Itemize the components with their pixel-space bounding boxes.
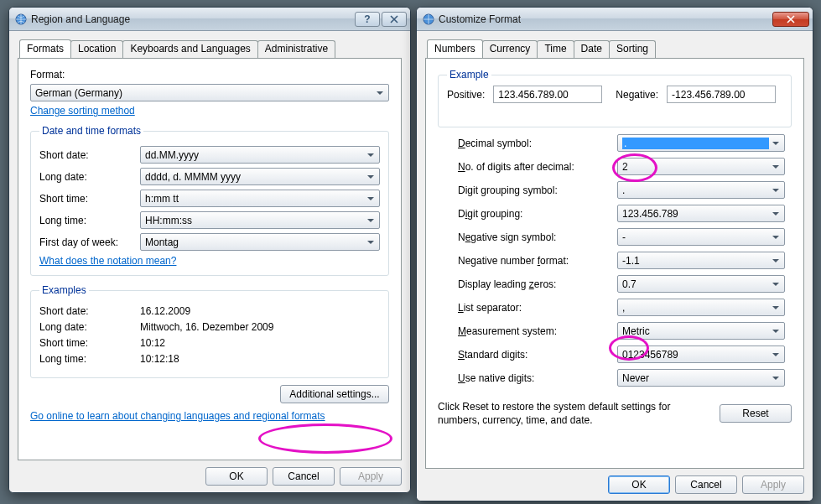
window-title: Region and Language bbox=[31, 13, 353, 25]
tab-location[interactable]: Location bbox=[70, 40, 123, 59]
ex-long-date-value: Mittwoch, 16. Dezember 2009 bbox=[140, 321, 380, 333]
tab-strip: Formats Location Keyboards and Languages… bbox=[18, 39, 402, 58]
examples-legend: Examples bbox=[39, 284, 89, 296]
positive-textbox: 123.456.789.00 bbox=[493, 86, 602, 103]
short-date-dropdown[interactable]: dd.MM.yyyy bbox=[140, 146, 380, 164]
format-value: German (Germany) bbox=[35, 87, 373, 99]
measure-dropdown[interactable]: Metric bbox=[617, 322, 785, 340]
measure-label: Measurement system: bbox=[458, 325, 617, 337]
cancel-button[interactable]: Cancel bbox=[273, 467, 335, 486]
titlebar[interactable]: Region and Language ? bbox=[9, 8, 410, 31]
long-time-dropdown[interactable]: HH:mm:ss bbox=[140, 211, 380, 229]
native-digits-dropdown[interactable]: Never bbox=[617, 369, 785, 387]
chevron-down-icon bbox=[364, 169, 377, 184]
neg-symbol-label: Negative sign symbol: bbox=[458, 231, 617, 243]
additional-settings-button[interactable]: Additional settings... bbox=[280, 385, 389, 403]
format-label: Format: bbox=[30, 69, 389, 81]
chevron-down-icon bbox=[769, 252, 782, 268]
digits-after-dropdown[interactable]: 2 bbox=[617, 158, 785, 175]
ex-short-date-label: Short date: bbox=[39, 305, 140, 317]
chevron-down-icon bbox=[364, 212, 377, 228]
short-date-label: Short date: bbox=[39, 149, 140, 161]
go-online-link[interactable]: Go online to learn about changing langua… bbox=[30, 410, 325, 422]
tab-panel-formats: Format: German (Germany) Change sorting … bbox=[18, 58, 402, 460]
notation-link[interactable]: What does the notation mean? bbox=[39, 255, 176, 267]
chevron-down-icon bbox=[769, 135, 782, 151]
examples-group: Examples Short date:16.12.2009 Long date… bbox=[30, 284, 389, 378]
tab-formats[interactable]: Formats bbox=[19, 39, 71, 58]
long-date-label: Long date: bbox=[39, 171, 140, 183]
first-day-label: First day of week: bbox=[39, 236, 140, 248]
decimal-symbol-dropdown[interactable]: . bbox=[617, 134, 785, 152]
change-sorting-link[interactable]: Change sorting method bbox=[30, 105, 135, 117]
neg-format-label: Negative number format: bbox=[458, 255, 617, 267]
reset-text: Click Reset to restore the system defaul… bbox=[438, 400, 711, 427]
list-sep-dropdown[interactable]: , bbox=[617, 299, 785, 316]
help-button[interactable]: ? bbox=[355, 12, 380, 27]
chevron-down-icon bbox=[364, 147, 377, 163]
tab-date[interactable]: Date bbox=[574, 40, 610, 59]
reset-button[interactable]: Reset bbox=[720, 404, 792, 423]
long-time-label: Long time: bbox=[39, 215, 140, 226]
first-day-dropdown[interactable]: Montag bbox=[140, 233, 380, 251]
short-time-dropdown[interactable]: h:mm tt bbox=[140, 190, 380, 207]
group-symbol-dropdown[interactable]: . bbox=[617, 181, 785, 199]
chevron-down-icon bbox=[769, 158, 782, 174]
apply-button[interactable]: Apply bbox=[742, 475, 804, 494]
example-legend: Example bbox=[447, 69, 491, 81]
ex-short-date-value: 16.12.2009 bbox=[140, 305, 380, 317]
ok-button[interactable]: OK bbox=[205, 467, 268, 486]
titlebar[interactable]: Customize Format bbox=[417, 8, 813, 31]
leading-zero-dropdown[interactable]: 0.7 bbox=[617, 275, 785, 293]
ex-long-time-label: Long time: bbox=[39, 353, 140, 365]
example-group: Example Positive: 123.456.789.00 Negativ… bbox=[438, 69, 792, 127]
chevron-down-icon bbox=[769, 370, 782, 386]
close-button[interactable] bbox=[382, 12, 407, 27]
tab-sorting[interactable]: Sorting bbox=[609, 40, 656, 59]
globe-icon bbox=[14, 13, 28, 26]
ex-long-time-value: 10:12:18 bbox=[140, 353, 380, 365]
ex-short-time-value: 10:12 bbox=[140, 337, 380, 349]
tab-time[interactable]: Time bbox=[537, 40, 574, 59]
digits-after-label: No. of digits after decimal: bbox=[458, 161, 617, 173]
decimal-symbol-label: Decimal symbol: bbox=[458, 138, 617, 149]
tab-keyboards[interactable]: Keyboards and Languages bbox=[122, 40, 257, 59]
neg-symbol-dropdown[interactable]: - bbox=[617, 228, 785, 246]
list-sep-label: List separator: bbox=[458, 302, 617, 314]
chevron-down-icon bbox=[769, 276, 782, 292]
date-time-formats-group: Date and time formats Short date: dd.MM.… bbox=[30, 125, 389, 276]
std-digits-label: Standard digits: bbox=[458, 349, 617, 361]
customize-format-window: Customize Format Numbers Currency Time D… bbox=[416, 7, 813, 501]
short-time-label: Short time: bbox=[39, 193, 140, 205]
ex-short-time-label: Short time: bbox=[39, 337, 140, 349]
ex-long-date-label: Long date: bbox=[39, 321, 140, 333]
chevron-down-icon bbox=[769, 346, 782, 362]
apply-button[interactable]: Apply bbox=[340, 467, 402, 486]
tab-administrative[interactable]: Administrative bbox=[257, 40, 335, 59]
chevron-down-icon bbox=[364, 234, 377, 250]
globe-icon bbox=[422, 13, 435, 26]
neg-format-dropdown[interactable]: -1.1 bbox=[617, 252, 785, 269]
date-time-formats-legend: Date and time formats bbox=[39, 125, 143, 137]
ok-button[interactable]: OK bbox=[608, 475, 670, 494]
chevron-down-icon bbox=[769, 205, 782, 221]
format-dropdown[interactable]: German (Germany) bbox=[30, 84, 389, 101]
window-title: Customize Format bbox=[439, 13, 771, 25]
chevron-down-icon bbox=[769, 323, 782, 339]
negative-label: Negative: bbox=[616, 89, 658, 101]
grouping-dropdown[interactable]: 123.456.789 bbox=[617, 205, 785, 222]
close-button[interactable] bbox=[772, 12, 809, 27]
std-digits-dropdown[interactable]: 0123456789 bbox=[617, 346, 785, 363]
region-language-window: Region and Language ? Formats Location K… bbox=[8, 7, 411, 493]
chevron-down-icon bbox=[373, 85, 387, 101]
grouping-label: Digit grouping: bbox=[458, 208, 617, 220]
native-digits-label: Use native digits: bbox=[458, 372, 617, 384]
tab-numbers[interactable]: Numbers bbox=[427, 39, 483, 58]
long-date-dropdown[interactable]: dddd, d. MMMM yyyy bbox=[140, 168, 380, 185]
tab-strip: Numbers Currency Time Date Sorting bbox=[425, 39, 804, 58]
leading-zero-label: Display leading zeros: bbox=[458, 278, 617, 290]
cancel-button[interactable]: Cancel bbox=[675, 475, 737, 494]
chevron-down-icon bbox=[769, 182, 782, 198]
chevron-down-icon bbox=[364, 190, 377, 206]
tab-currency[interactable]: Currency bbox=[482, 40, 538, 59]
